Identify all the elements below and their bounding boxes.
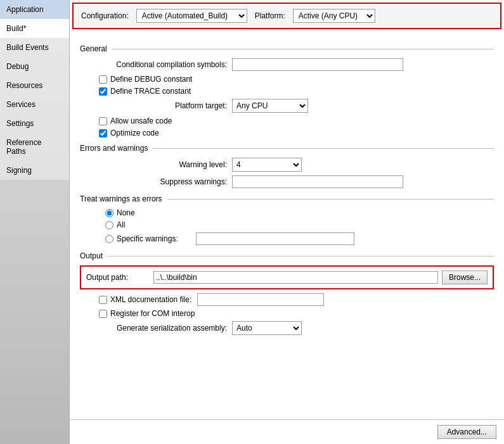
warning-level-select[interactable]: 4: [232, 158, 302, 172]
platform-target-label: Platform target:: [93, 101, 232, 110]
content-inner: General Conditional compilation symbols:…: [70, 32, 504, 419]
specific-label: Specific warnings:: [117, 234, 193, 243]
sidebar-bottom: [0, 180, 69, 444]
warning-level-row: Warning level: 4: [80, 158, 494, 172]
none-radio[interactable]: [105, 209, 113, 217]
optimize-row: Optimize code: [80, 129, 494, 137]
sidebar-item-signing[interactable]: Signing: [0, 161, 69, 180]
platform-target-row: Platform target: Any CPU: [80, 99, 494, 113]
allow-unsafe-checkbox[interactable]: [99, 117, 107, 125]
allow-unsafe-label: Allow unsafe code: [110, 117, 172, 125]
serialization-row: Generate serialization assembly: Auto: [80, 321, 494, 335]
output-section-header: Output: [80, 251, 494, 260]
treat-warnings-section-header: Treat warnings as errors: [80, 194, 494, 203]
output-path-label: Output path:: [86, 273, 150, 282]
suppress-warnings-row: Suppress warnings:: [80, 175, 494, 188]
none-label: None: [117, 208, 135, 217]
serialization-label: Generate serialization assembly:: [93, 324, 232, 333]
content-panel: Configuration: Active (Automated_Build) …: [70, 0, 504, 444]
sidebar-item-reference-paths[interactable]: Reference Paths: [0, 133, 69, 161]
all-radio[interactable]: [105, 221, 113, 229]
configuration-select[interactable]: Active (Automated_Build): [136, 9, 247, 23]
errors-section-header: Errors and warnings: [80, 144, 494, 153]
sidebar-item-services[interactable]: Services: [0, 95, 69, 114]
general-section-header: General: [80, 44, 494, 53]
suppress-warnings-input[interactable]: [232, 175, 403, 188]
optimize-checkbox[interactable]: [99, 129, 107, 137]
advanced-button[interactable]: Advanced...: [437, 425, 496, 439]
output-path-section: Output path: Browse...: [80, 265, 494, 289]
xml-doc-checkbox[interactable]: [99, 296, 107, 304]
all-radio-row: All: [80, 220, 494, 229]
xml-doc-label: XML documentation file:: [110, 295, 191, 304]
suppress-warnings-label: Suppress warnings:: [93, 177, 232, 186]
output-path-input[interactable]: [153, 271, 438, 284]
define-debug-label: Define DEBUG constant: [110, 75, 192, 84]
sidebar-item-resources[interactable]: Resources: [0, 76, 69, 95]
sidebar-item-build-events[interactable]: Build Events: [0, 38, 69, 57]
platform-target-select[interactable]: Any CPU: [232, 99, 308, 113]
main-container: Application Build* Build Events Debug Re…: [0, 0, 504, 444]
specific-radio-row: Specific warnings:: [80, 232, 494, 245]
define-debug-checkbox[interactable]: [99, 75, 107, 84]
define-trace-checkbox[interactable]: [99, 87, 107, 96]
com-interop-checkbox[interactable]: [99, 310, 107, 318]
browse-button[interactable]: Browse...: [442, 270, 488, 284]
platform-select[interactable]: Active (Any CPU): [293, 9, 375, 23]
sidebar-item-debug[interactable]: Debug: [0, 57, 69, 76]
com-interop-label: Register for COM interop: [110, 309, 195, 318]
xml-doc-row: XML documentation file:: [80, 293, 494, 306]
specific-warnings-input[interactable]: [196, 232, 354, 245]
specific-radio[interactable]: [105, 235, 113, 243]
sidebar-item-build[interactable]: Build*: [0, 19, 69, 38]
all-label: All: [117, 220, 125, 229]
configuration-label: Configuration:: [81, 11, 129, 20]
serialization-select[interactable]: Auto: [232, 321, 302, 335]
allow-unsafe-row: Allow unsafe code: [80, 117, 494, 125]
sidebar-item-settings[interactable]: Settings: [0, 114, 69, 133]
bottom-bar: Advanced...: [70, 419, 504, 444]
optimize-label: Optimize code: [110, 129, 159, 137]
xml-doc-input[interactable]: [197, 293, 324, 306]
output-path-row: Output path: Browse...: [86, 270, 488, 284]
conditional-symbols-label: Conditional compilation symbols:: [93, 60, 232, 69]
define-trace-label: Define TRACE constant: [110, 87, 191, 96]
conditional-symbols-input[interactable]: [232, 58, 403, 71]
conditional-symbols-row: Conditional compilation symbols:: [80, 58, 494, 71]
warning-level-label: Warning level:: [93, 160, 232, 169]
top-bar: Configuration: Active (Automated_Build) …: [72, 3, 501, 29]
sidebar-item-application[interactable]: Application: [0, 0, 69, 19]
define-debug-row: Define DEBUG constant: [80, 75, 494, 84]
platform-label: Platform:: [255, 11, 285, 20]
sidebar: Application Build* Build Events Debug Re…: [0, 0, 70, 444]
com-interop-row: Register for COM interop: [80, 309, 494, 318]
none-radio-row: None: [80, 208, 494, 217]
define-trace-row: Define TRACE constant: [80, 87, 494, 96]
